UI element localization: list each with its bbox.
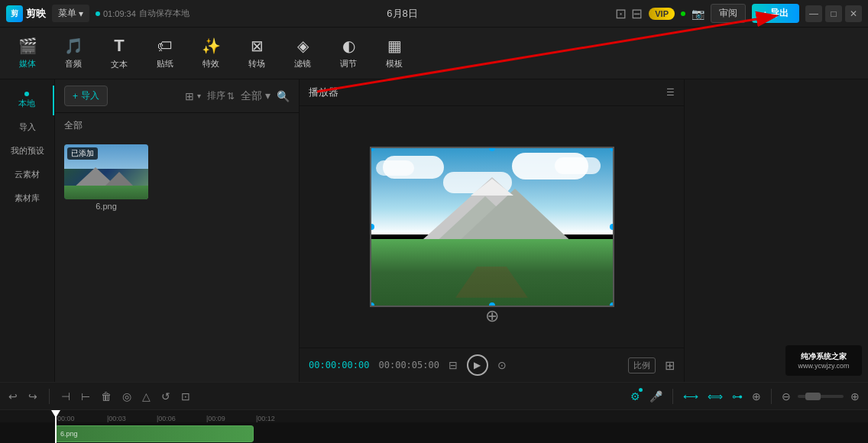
divider3 xyxy=(771,389,772,404)
filter-label: 滤镜 xyxy=(294,58,311,70)
delete-button[interactable]: 🗑 xyxy=(99,388,114,405)
close-button[interactable]: ✕ xyxy=(845,5,862,22)
export-button[interactable]: ↑ 导出 xyxy=(752,4,799,23)
mic-button[interactable]: 🎤 xyxy=(647,388,665,405)
preview-video-area[interactable]: ⊕ xyxy=(300,106,684,348)
zoom-slider-thumb[interactable] xyxy=(805,393,821,400)
tool-filter[interactable]: ◈ 滤镜 xyxy=(281,32,324,75)
search-button[interactable]: 🔍 xyxy=(277,90,290,102)
media-header: + 导入 ⊞ ▾ 排序 ⇅ 全部 ▾ xyxy=(55,79,299,113)
menu-arrow: ▾ xyxy=(79,8,83,19)
zoom-out-button[interactable]: ⊖ xyxy=(779,388,793,405)
text-icon: T xyxy=(114,36,124,56)
all-label: 全部 xyxy=(55,113,299,138)
zoom-slider[interactable] xyxy=(798,395,844,398)
auto-save-label: 自动保存本地 xyxy=(139,8,189,19)
playhead[interactable] xyxy=(55,410,57,443)
sidebar-item-import[interactable]: 导入 xyxy=(0,115,54,139)
tl-right-btns: ⚙ 🎤 ⟷ ⟺ ⊶ ⊕ ⊖ ⊕ xyxy=(628,388,862,405)
auto-save-time: 01:09:34 xyxy=(103,9,136,18)
layout-icon[interactable]: ⊟ xyxy=(631,5,643,22)
media-grid: 已添加 6.png xyxy=(55,138,299,217)
audio-label: 音频 xyxy=(65,58,82,70)
crop-button[interactable]: ⊡ xyxy=(179,388,193,405)
grid-icon[interactable]: ⊟ xyxy=(449,359,458,371)
divider1 xyxy=(49,389,50,404)
timeline: ↩ ↪ ⊣ ⊢ 🗑 ◎ △ ↺ ⊡ ⚙ 🎤 ⟷ xyxy=(0,382,868,443)
transition-icon: ⊠ xyxy=(251,37,264,55)
media-item[interactable]: 已添加 6.png xyxy=(64,144,148,211)
rotate-icon[interactable]: ⊕ xyxy=(485,306,499,326)
effects-label: 特效 xyxy=(202,58,219,70)
minimize-button[interactable]: — xyxy=(805,5,822,22)
fullscreen-icon[interactable]: ⊞ xyxy=(665,358,675,373)
menu-button[interactable]: 菜单 ▾ xyxy=(52,5,89,22)
track-clip[interactable]: 6.png xyxy=(55,425,254,442)
record-button[interactable]: ◎ xyxy=(120,388,134,405)
zoom-in-button[interactable]: ⊕ xyxy=(848,388,862,405)
filter-icon: ◈ xyxy=(297,37,309,55)
vip-badge[interactable]: VIP xyxy=(649,8,675,20)
merge-button[interactable]: ⊕ xyxy=(750,388,763,405)
redo-button[interactable]: ↪ xyxy=(26,388,40,405)
view-toggle[interactable]: ⊞ ▾ xyxy=(185,90,201,102)
mountain-right xyxy=(454,189,576,246)
filter-button[interactable]: 全部 ▾ xyxy=(241,89,270,103)
watermark: 纯净系统之家 www.ycwjzy.com xyxy=(785,345,862,376)
magnet-button[interactable]: ⚙ xyxy=(628,388,643,405)
tool-effects[interactable]: ✨ 特效 xyxy=(189,32,232,75)
maximize-button[interactable]: □ xyxy=(825,5,842,22)
sort-button[interactable]: 排序 ⇅ xyxy=(207,89,235,102)
screen-icon[interactable]: ⊡ xyxy=(615,5,627,22)
play-button[interactable]: ▶ xyxy=(467,354,488,376)
transition-label: 转场 xyxy=(248,58,265,70)
snow-center xyxy=(471,179,513,196)
target-icon[interactable]: ⊙ xyxy=(497,359,507,371)
undo-button[interactable]: ↩ xyxy=(6,388,20,405)
split-left-button[interactable]: ⊣ xyxy=(59,388,73,405)
sidebar-item-library[interactable]: 素材库 xyxy=(0,186,54,210)
tool-template[interactable]: ▦ 模板 xyxy=(373,32,416,75)
mirror-button[interactable]: △ xyxy=(140,388,153,405)
link3-button[interactable]: ⊶ xyxy=(730,388,745,405)
magnet-dot xyxy=(639,388,643,392)
text-label: 文本 xyxy=(111,59,128,70)
tool-adjust[interactable]: ◐ 调节 xyxy=(327,32,370,75)
vip-dot xyxy=(681,11,685,16)
title-bar-right: ⊡ ⊟ VIP 📷 审阅 ↑ 导出 — □ ✕ xyxy=(615,4,862,23)
tool-sticker[interactable]: 🏷 贴纸 xyxy=(144,32,186,75)
app-logo: 剪 剪映 xyxy=(6,5,46,22)
link2-button[interactable]: ⟺ xyxy=(705,388,725,405)
toolbar: 🎬 媒体 🎵 音频 T 文本 🏷 贴纸 ✨ 特效 ⊠ 转场 ◈ 滤镜 ◐ xyxy=(0,27,868,79)
sticker-icon: 🏷 xyxy=(157,37,173,55)
adjust-label: 调节 xyxy=(340,58,357,70)
tool-transition[interactable]: ⊠ 转场 xyxy=(235,32,278,75)
search-icon: 🔍 xyxy=(277,90,290,102)
review-button[interactable]: 审阅 xyxy=(711,4,746,23)
timeline-track[interactable]: 00:00 |00:03 |00:06 |00:09 |00:12 6.png xyxy=(0,410,868,443)
timeline-ruler: 00:00 |00:03 |00:06 |00:09 |00:12 xyxy=(0,410,868,422)
import-label: 导入 xyxy=(19,121,36,133)
import-button[interactable]: + 导入 xyxy=(64,86,108,106)
camera-icon[interactable]: 📷 xyxy=(691,8,704,20)
library-label: 素材库 xyxy=(15,192,40,204)
preview-menu-icon[interactable]: ☰ xyxy=(666,87,675,98)
tool-text[interactable]: T 文本 xyxy=(98,32,141,75)
media-thumbnail: 已添加 xyxy=(64,144,148,199)
watermark-line2: www.ycwjzy.com xyxy=(798,362,850,370)
undo2-button[interactable]: ↺ xyxy=(159,388,173,405)
time-current: 00:00:00:00 xyxy=(309,360,369,370)
tool-media[interactable]: 🎬 媒体 xyxy=(6,32,49,75)
ratio-button[interactable]: 比例 xyxy=(628,357,656,373)
tool-audio[interactable]: 🎵 音频 xyxy=(52,32,95,75)
split-right-button[interactable]: ⊢ xyxy=(79,388,92,405)
sidebar-item-preset[interactable]: 我的预设 xyxy=(0,139,54,163)
link1-button[interactable]: ⟷ xyxy=(681,388,701,405)
sidebar-item-cloud[interactable]: 云素材 xyxy=(0,163,54,186)
media-controls: ⊞ ▾ 排序 ⇅ 全部 ▾ 🔍 xyxy=(185,89,290,103)
filter-arrow: ▾ xyxy=(265,89,270,102)
time-total: 00:00:05:00 xyxy=(378,360,439,370)
preview-header: 播放器 ☰ xyxy=(300,79,684,106)
watermark-line1: 纯净系统之家 xyxy=(801,351,847,362)
sidebar-item-local[interactable]: 本地 xyxy=(0,86,54,115)
